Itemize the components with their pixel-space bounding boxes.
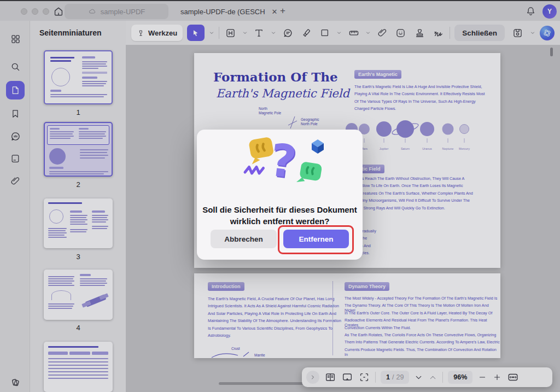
dialog-message: Soll die Sicherheit für dieses Dokument …: [197, 204, 363, 227]
question-illustration: ? ?: [197, 136, 363, 191]
updf-app-window: sample-UPDF sample-UPDF-de (GESCH ✕ + Y: [0, 0, 560, 392]
cancel-button[interactable]: Abbrechen: [211, 230, 277, 248]
annotation-highlight-box: [278, 225, 354, 254]
